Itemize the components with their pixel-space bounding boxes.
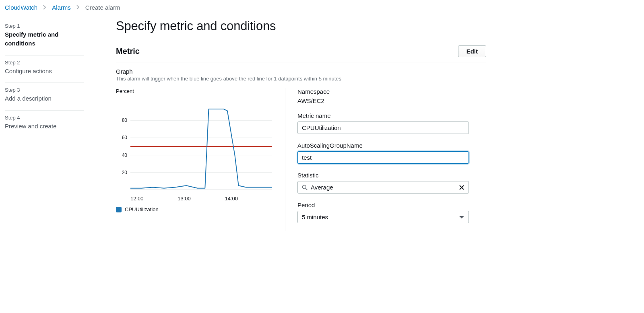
- graph-pane: Percent 20406080 12:0013:0014:00 CPUUtil…: [116, 88, 285, 212]
- legend-swatch: [116, 207, 122, 212]
- page-title: Specify metric and conditions: [116, 19, 486, 33]
- legend: CPUUtilization: [116, 206, 273, 212]
- chart: 20406080: [116, 101, 277, 194]
- metric-name-input[interactable]: [297, 121, 469, 134]
- period-label: Period: [297, 202, 486, 208]
- step-label: Step 1: [5, 23, 83, 29]
- namespace-value: AWS/EC2: [297, 97, 486, 104]
- section-header: Metric Edit: [116, 45, 486, 62]
- step-label: Step 4: [5, 115, 83, 121]
- breadcrumb: CloudWatch Alarms Create alarm: [0, 0, 644, 14]
- step-label: Step 2: [5, 60, 83, 66]
- breadcrumb-root[interactable]: CloudWatch: [5, 4, 37, 11]
- step-title: Configure actions: [5, 67, 83, 76]
- svg-text:60: 60: [122, 135, 128, 140]
- statistic-label: Statistic: [297, 172, 486, 179]
- search-icon: [302, 185, 308, 190]
- clear-icon[interactable]: [459, 185, 464, 190]
- breadcrumb-current: Create alarm: [85, 4, 120, 11]
- x-axis-ticks: 12:0013:0014:00: [130, 196, 272, 202]
- asg-label: AutoScalingGroupName: [297, 142, 486, 149]
- chevron-right-icon: [43, 4, 46, 11]
- step-list: Step 1 Specify metric and conditions Ste…: [5, 19, 84, 138]
- svg-text:20: 20: [122, 170, 128, 175]
- y-axis-label: Percent: [116, 88, 273, 94]
- breadcrumb-alarms[interactable]: Alarms: [52, 4, 71, 11]
- svg-point-10: [302, 185, 306, 189]
- svg-text:80: 80: [122, 117, 128, 123]
- step-title: Add a description: [5, 94, 83, 103]
- chevron-down-icon: [459, 215, 464, 219]
- step-4[interactable]: Step 4 Preview and create: [5, 111, 84, 138]
- step-title: Preview and create: [5, 122, 83, 131]
- step-1[interactable]: Step 1 Specify metric and conditions: [5, 19, 84, 56]
- step-label: Step 3: [5, 87, 83, 93]
- legend-label: CPUUtilization: [125, 206, 159, 212]
- svg-text:40: 40: [122, 152, 128, 158]
- statistic-combobox[interactable]: Average: [297, 181, 469, 194]
- chevron-right-icon: [76, 4, 80, 11]
- statistic-value: Average: [311, 184, 459, 191]
- period-select[interactable]: 5 minutes: [297, 211, 469, 223]
- edit-button[interactable]: Edit: [458, 45, 486, 57]
- graph-description: This alarm will trigger when the blue li…: [116, 76, 486, 82]
- step-title: Specify metric and conditions: [5, 30, 83, 48]
- period-value: 5 minutes: [302, 214, 459, 220]
- svg-line-11: [305, 188, 307, 190]
- namespace-label: Namespace: [297, 88, 486, 95]
- metric-name-label: Metric name: [297, 112, 486, 119]
- graph-title: Graph: [116, 68, 486, 75]
- asg-input[interactable]: [297, 151, 469, 164]
- form-pane: Namespace AWS/EC2 Metric name AutoScalin…: [285, 88, 486, 231]
- step-3[interactable]: Step 3 Add a description: [5, 83, 84, 111]
- section-heading: Metric: [116, 47, 140, 56]
- step-2[interactable]: Step 2 Configure actions: [5, 56, 84, 83]
